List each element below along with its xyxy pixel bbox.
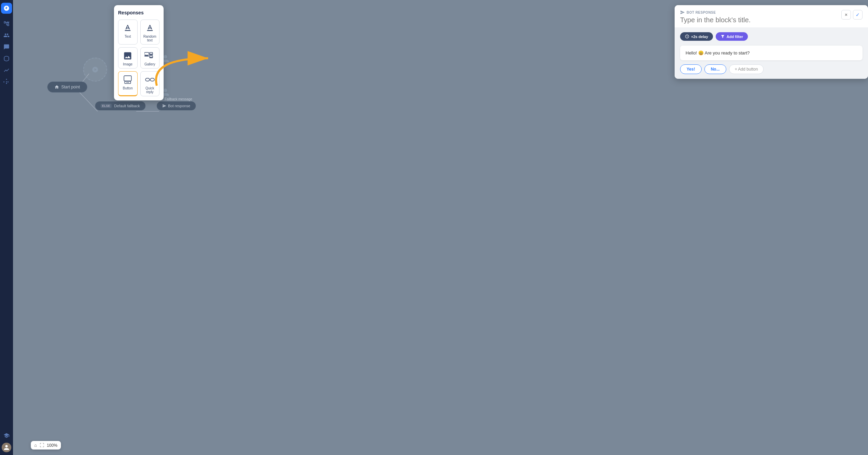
logo[interactable] [1, 3, 12, 14]
response-item-gallery[interactable]: Gallery [140, 47, 160, 69]
response-item-quick-reply[interactable]: Quick reply [140, 71, 160, 96]
response-item-button[interactable]: Button [118, 71, 138, 96]
canvas[interactable]: Start point Fallback message ELSE Defaul… [13, 0, 434, 228]
response-item-text[interactable]: Text [118, 20, 138, 45]
bot-response-canvas-node[interactable]: Bot response [157, 101, 196, 110]
bot-response-canvas-label: Bot response [168, 104, 190, 108]
button-type-icon [123, 75, 132, 85]
button-item-label: Button [123, 86, 133, 90]
image-item-label: Image [123, 62, 132, 66]
responses-grid: Text Random text Image [118, 20, 159, 96]
start-point-node[interactable]: Start point [47, 82, 87, 93]
text-type-icon [123, 23, 132, 33]
database-icon[interactable] [1, 53, 12, 64]
responses-panel: Responses Text Random text I [114, 5, 164, 100]
svg-rect-7 [124, 76, 131, 81]
svg-rect-10 [145, 78, 150, 81]
hierarchy-icon[interactable] [1, 19, 12, 29]
analytics-icon[interactable] [1, 65, 12, 75]
gallery-item-label: Gallery [144, 62, 155, 66]
sidebar [0, 0, 13, 228]
else-badge: ELSE [101, 104, 112, 108]
default-fallback-node[interactable]: ELSE Default fallback [95, 101, 145, 110]
integrations-icon[interactable] [1, 77, 12, 87]
text-item-label: Text [125, 35, 131, 38]
default-fallback-label: Default fallback [114, 104, 140, 108]
response-item-random-text[interactable]: Random text [140, 20, 160, 45]
svg-point-0 [6, 82, 7, 83]
quick-reply-type-icon [145, 75, 155, 85]
svg-rect-11 [150, 78, 154, 81]
random-text-item-label: Random text [143, 35, 157, 42]
users-icon[interactable] [1, 30, 12, 40]
start-point-label: Start point [61, 85, 80, 89]
quick-reply-item-label: Quick reply [143, 86, 157, 94]
svg-line-2 [78, 91, 98, 111]
random-text-type-icon [145, 23, 155, 33]
response-item-image[interactable]: Image [118, 47, 138, 69]
responses-title: Responses [118, 10, 159, 15]
image-type-icon [123, 51, 132, 61]
chat-icon[interactable] [1, 42, 12, 52]
gallery-type-icon [144, 51, 155, 61]
dashed-circle-node[interactable] [83, 58, 107, 82]
fallback-label: Fallback message [165, 97, 192, 101]
